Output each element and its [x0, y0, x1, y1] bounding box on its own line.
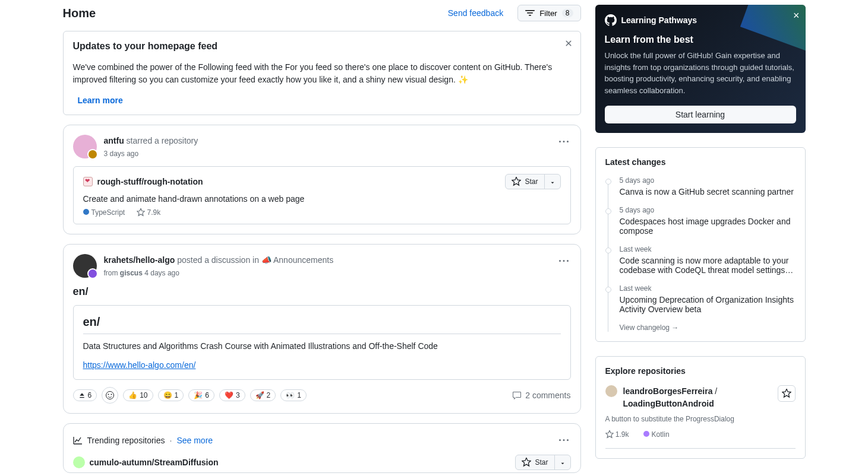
- smiley-icon: [105, 391, 115, 400]
- tada-reaction[interactable]: 🎉6: [188, 389, 214, 401]
- star-icon: [782, 389, 791, 398]
- explore-repo-link[interactable]: LoadingButtonAndroid: [623, 399, 714, 408]
- repo-description: Create and animate hand-drawn annotation…: [83, 194, 561, 204]
- changelog-time: Last week: [620, 245, 796, 253]
- smile-icon: 😄: [163, 391, 172, 399]
- discussion-body: en/ Data Structures and Algorithms Crash…: [73, 305, 571, 380]
- caret-down-icon: [550, 180, 555, 186]
- changelog-item[interactable]: 5 days ago Codespaces host image upgrade…: [605, 206, 796, 236]
- star-button-group: Star: [515, 455, 570, 470]
- thumbs-up-icon: 👍: [128, 391, 137, 399]
- feed-card-trending: Trending repositories · See more cumulo-…: [63, 423, 581, 473]
- changelog-time: 5 days ago: [620, 206, 796, 214]
- explore-repositories-card: Explore repositories leandroBorgesFerrei…: [595, 356, 806, 459]
- filter-icon: [525, 8, 535, 18]
- close-icon[interactable]: ×: [793, 9, 800, 22]
- explore-repo-item: leandroBorgesFerreira / LoadingButtonAnd…: [605, 385, 796, 449]
- card-menu-button[interactable]: [557, 433, 571, 448]
- promo-logo-text: Learning Pathways: [621, 15, 697, 25]
- changelog-time: 5 days ago: [620, 176, 796, 185]
- star-caret-button[interactable]: [545, 175, 560, 188]
- trending-label: Trending repositories: [87, 436, 165, 445]
- filter-count: 8: [562, 9, 573, 17]
- star-button[interactable]: [778, 385, 796, 402]
- category-link[interactable]: Announcements: [273, 255, 333, 265]
- repo-link[interactable]: rough-stuff/rough-notation: [97, 177, 203, 186]
- kebab-icon: [559, 256, 569, 266]
- eyes-reaction[interactable]: 👀1: [280, 389, 307, 401]
- repo-stars[interactable]: 7.9k: [137, 208, 160, 217]
- heart-reaction[interactable]: ❤️3: [219, 389, 245, 401]
- repo-link[interactable]: cumulo-autumn/StreamDiffusion: [90, 458, 219, 467]
- star-icon: [605, 430, 614, 439]
- svg-point-1: [108, 394, 109, 395]
- megaphone-icon: 📣: [261, 255, 272, 265]
- heart-icon: ❤️: [225, 391, 233, 399]
- changelog-item[interactable]: Last week Upcoming Deprecation of Organi…: [605, 284, 796, 314]
- from-repo-link[interactable]: giscus: [120, 269, 143, 277]
- changelog-item[interactable]: Last week Code scanning is now more adap…: [605, 245, 796, 275]
- body-link[interactable]: https://www.hello-algo.com/en/: [83, 360, 196, 370]
- repo-box: rough-stuff/rough-notation Star Create a…: [73, 166, 571, 224]
- rocket-icon: 🚀: [255, 391, 264, 399]
- start-learning-button[interactable]: Start learning: [605, 106, 796, 123]
- changelog-title: Code scanning is now more adaptable to y…: [620, 256, 794, 275]
- timestamp: 4 days ago: [144, 269, 179, 277]
- close-icon[interactable]: [564, 39, 573, 48]
- feed-card-discussion: krahets/hello-algo posted a discussion i…: [63, 244, 581, 414]
- repo-language: Kotlin: [643, 430, 670, 439]
- action-text: starred a repository: [127, 136, 198, 145]
- discussion-title[interactable]: en/: [73, 285, 571, 298]
- changelog-title: Canva is now a GitHub secret scanning pa…: [620, 187, 794, 196]
- star-icon: [522, 458, 531, 467]
- star-button[interactable]: Star: [516, 455, 554, 469]
- explore-user-link[interactable]: leandroBorgesFerreira: [623, 386, 713, 396]
- actor-repo-link[interactable]: krahets/hello-algo: [104, 255, 175, 265]
- github-mark-icon: [605, 14, 617, 26]
- avatar[interactable]: [605, 385, 617, 397]
- actor-user-link[interactable]: antfu: [104, 136, 124, 145]
- upvote-button[interactable]: 6: [73, 389, 97, 401]
- graph-icon: [73, 436, 83, 445]
- eyes-icon: 👀: [286, 391, 295, 399]
- star-button[interactable]: Star: [506, 174, 544, 189]
- see-more-link[interactable]: See more: [176, 436, 213, 445]
- body-heading: en/: [83, 315, 561, 334]
- explore-repo-desc: A button to substitute the ProgressDialo…: [605, 415, 796, 423]
- action-text: posted a discussion in: [177, 255, 259, 265]
- card-menu-button[interactable]: [557, 254, 571, 268]
- feed-card-star: antfu starred a repository 3 days ago ro…: [63, 125, 581, 234]
- from-label: from: [104, 269, 118, 277]
- svg-point-2: [111, 394, 112, 395]
- kebab-icon: [559, 436, 569, 445]
- caret-down-icon: [560, 461, 566, 467]
- repo-avatar-icon: [73, 456, 85, 468]
- body-text: Data Structures and Algorithms Crash Cou…: [83, 341, 561, 351]
- star-label: Star: [525, 177, 538, 186]
- filter-button[interactable]: Filter 8: [517, 5, 580, 21]
- repo-stars: 1.9k: [605, 430, 629, 439]
- star-button-group: Star: [505, 174, 560, 189]
- latest-changes-card: Latest changes 5 days ago Canva is now a…: [595, 147, 806, 342]
- rocket-reaction[interactable]: 🚀2: [250, 389, 276, 401]
- changelog-item[interactable]: 5 days ago Canva is now a GitHub secret …: [605, 176, 796, 196]
- learn-more-link[interactable]: Learn more: [73, 93, 128, 108]
- send-feedback-link[interactable]: Send feedback: [448, 8, 503, 18]
- tada-icon: 🎉: [194, 391, 203, 399]
- thumbs-up-reaction[interactable]: 👍10: [123, 389, 153, 401]
- comment-icon: [512, 391, 522, 400]
- card-menu-button[interactable]: [557, 135, 571, 149]
- repo-avatar-icon: [83, 177, 93, 186]
- star-caret-button[interactable]: [555, 456, 570, 469]
- timestamp: 3 days ago: [104, 148, 550, 159]
- avatar[interactable]: [73, 135, 97, 158]
- add-reaction-button[interactable]: [102, 387, 118, 404]
- changelog-title: Codespaces host image upgrades Docker an…: [620, 217, 791, 236]
- comments-link[interactable]: 2 comments: [512, 391, 570, 400]
- learning-pathways-promo: × Learning Pathways Learn from the best …: [595, 5, 806, 133]
- smile-reaction[interactable]: 😄1: [158, 389, 184, 401]
- changelog-title: Upcoming Deprecation of Organization Ins…: [620, 295, 794, 314]
- avatar[interactable]: [73, 254, 97, 278]
- repo-language: TypeScript: [83, 208, 125, 217]
- view-changelog-link[interactable]: View changelog →: [605, 323, 796, 332]
